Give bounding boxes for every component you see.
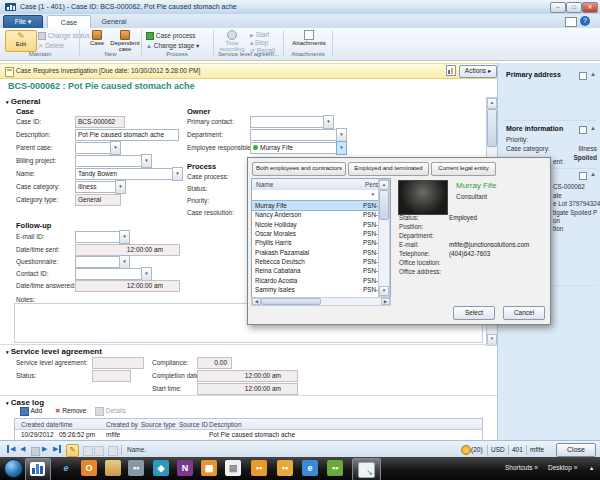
delete-button[interactable]: ✕ Delete [38, 41, 64, 50]
open-window-slot[interactable]: ↘ [352, 458, 381, 480]
grid-scroll-right-icon[interactable]: ▶ [381, 298, 390, 305]
edit-mode-pencil-icon[interactable]: ✎ [66, 444, 79, 457]
actions-button[interactable]: Actions ▸ [459, 65, 497, 78]
email-id-dropdown[interactable]: ▼ [119, 230, 130, 244]
grid-scroll-up-icon[interactable]: ▲ [379, 180, 389, 190]
employee-responsible-dropdown[interactable]: ▼ [336, 141, 347, 155]
active-app-dynamics-ax[interactable] [25, 458, 51, 480]
section-general[interactable]: ▾ General [6, 97, 41, 106]
tab-case[interactable]: Case [47, 15, 91, 29]
employee-row[interactable]: Nicole HollidayPSN- [252, 220, 379, 229]
grid-scroll-down-icon[interactable]: ▼ [379, 286, 389, 296]
company-indicator[interactable]: 401 [512, 446, 523, 453]
billing-project-dropdown[interactable]: ▼ [141, 154, 152, 168]
new-case-button[interactable]: Case [84, 30, 110, 46]
collapse-chevron-icon-2[interactable]: ▲ [590, 125, 596, 131]
col-name[interactable]: Name [256, 181, 273, 188]
log-created-by[interactable]: mfife [106, 431, 120, 438]
collapse-chevron-icon[interactable]: ▲ [590, 71, 596, 77]
minimize-button[interactable]: – [550, 2, 566, 13]
statusbar-icon-2[interactable] [94, 446, 104, 456]
scrollbar-thumb[interactable] [487, 109, 497, 147]
statusbar-icon-3[interactable] [108, 446, 118, 456]
info-chart-icon[interactable] [446, 65, 456, 76]
factbox-menu-icon-3[interactable] [579, 172, 587, 180]
log-description[interactable]: Pot Pie caused stomach ache [209, 431, 295, 438]
attachments-button[interactable]: Attachments [289, 30, 329, 46]
people-green-icon[interactable]: ▪▪ [327, 460, 343, 476]
name-dropdown[interactable]: ▼ [172, 167, 183, 181]
primary-contact-field[interactable] [250, 116, 326, 128]
factbox-more-information[interactable]: More information [506, 125, 563, 132]
document-icon[interactable]: ▤ [225, 460, 241, 476]
employee-row[interactable]: Ricardo AcostaPSN- [252, 276, 379, 285]
col-created-by[interactable]: Created by [106, 421, 138, 428]
primary-contact-dropdown[interactable]: ▼ [323, 115, 334, 129]
browser-icon[interactable]: e [302, 460, 318, 476]
questionnaire-field[interactable] [75, 256, 122, 268]
log-date[interactable]: 10/29/2012 [21, 431, 54, 438]
close-form-button[interactable]: Close [556, 443, 596, 457]
case-process-button[interactable]: Case process [146, 31, 196, 40]
window-layout-icon[interactable] [565, 17, 577, 27]
filter-employed-terminated-button[interactable]: Employed and terminated [348, 162, 429, 176]
employee-row[interactable]: Nancy AndersonPSN- [252, 210, 379, 219]
grid-hscrollbar-thumb[interactable] [261, 298, 321, 305]
user-indicator[interactable]: mfife [530, 446, 544, 453]
contact-id-dropdown[interactable]: ▼ [141, 267, 152, 281]
time-recording-button[interactable]: Time recording [218, 30, 246, 52]
parent-case-field[interactable] [75, 142, 113, 154]
case-log-remove-button[interactable]: ✕ Remove [55, 407, 86, 415]
case-log-details-button[interactable]: Details [95, 407, 126, 416]
scroll-up-icon[interactable]: ▲ [487, 98, 497, 109]
folder-icon[interactable] [105, 460, 121, 476]
billing-project-field[interactable] [75, 155, 144, 167]
department-field[interactable] [250, 129, 339, 141]
next-record-icon[interactable]: ▶ [42, 445, 47, 453]
employee-row[interactable]: Oscar MoralesPSN- [252, 229, 379, 238]
case-category-field[interactable]: Illness [75, 181, 118, 193]
office-grid-icon[interactable]: ▦ [201, 460, 217, 476]
help-icon[interactable]: ? [580, 16, 590, 26]
employee-row[interactable]: Reina CabatanaPSN- [252, 266, 379, 275]
factbox-primary-address[interactable]: Primary address [506, 71, 561, 78]
maximize-button[interactable]: □ [566, 2, 582, 13]
factbox-menu-icon[interactable] [579, 72, 587, 80]
outlook-icon[interactable]: O [81, 460, 97, 476]
filter-current-legal-entity-button[interactable]: Current legal entity [431, 162, 496, 176]
section-sla[interactable]: ▾ Service level agreement [6, 347, 102, 356]
people-orange-icon-2[interactable]: ▪▪ [277, 460, 293, 476]
dependent-case-button[interactable]: Dependent case [110, 30, 140, 52]
employee-row[interactable]: Phyllis HarrisPSN- [252, 238, 379, 247]
last-record-icon[interactable]: ▶ [53, 445, 61, 453]
alerts-count[interactable]: (20) [471, 446, 483, 453]
employee-row[interactable]: Prakash PazamalaiPSN- [252, 248, 379, 257]
employee-row[interactable]: Murray FifePSN- [252, 201, 379, 210]
desktop-toolbar[interactable]: Desktop » [548, 464, 577, 471]
email-id-field[interactable] [75, 231, 122, 243]
description-field[interactable]: Pot Pie caused stomach ache [75, 129, 179, 141]
currency-indicator[interactable]: USD [491, 446, 505, 453]
filter-dropdown-icon[interactable]: ▼ [371, 192, 375, 197]
map-icon[interactable]: ◆ [153, 460, 169, 476]
col-source-id[interactable]: Source ID [179, 421, 208, 428]
parent-case-dropdown[interactable]: ▼ [110, 141, 121, 155]
col-personnel[interactable]: Pers [365, 181, 378, 188]
alerts-bell-icon[interactable] [461, 445, 471, 455]
taskbar-expand-icon[interactable]: ▴ [590, 464, 593, 472]
col-source-type[interactable]: Source type [141, 421, 176, 428]
log-time[interactable]: 05:26:52 pm [59, 431, 95, 438]
case-category-dropdown[interactable]: ▼ [115, 180, 126, 194]
employee-responsible-field[interactable]: Murray Fife [250, 142, 339, 154]
start-button[interactable] [4, 459, 23, 478]
name-field[interactable]: Tandy Bowen [75, 168, 175, 180]
employee-row[interactable]: Rebecca DeutschPSN- [252, 257, 379, 266]
cancel-button[interactable]: Cancel [503, 306, 545, 320]
grid-vertical-scrollbar[interactable]: ▲ ▼ [378, 179, 390, 297]
questionnaire-dropdown[interactable]: ▼ [119, 255, 130, 269]
col-created-datetime[interactable]: Created date/time [21, 421, 73, 428]
grid-horizontal-scrollbar[interactable]: ◀ ▶ [251, 297, 391, 306]
onenote-icon[interactable]: N [177, 460, 193, 476]
select-button[interactable]: Select [453, 306, 495, 320]
grid-scroll-left-icon[interactable]: ◀ [252, 298, 261, 305]
